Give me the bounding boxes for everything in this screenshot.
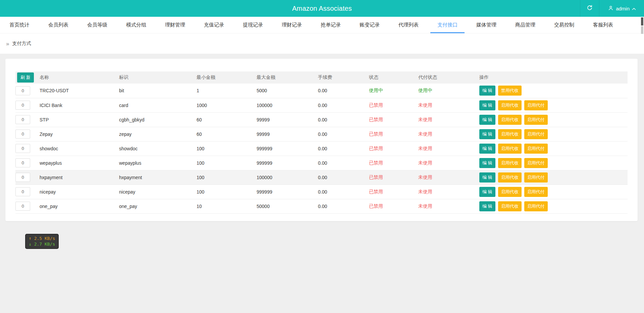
edit-button[interactable]: 编 辑 — [479, 129, 495, 139]
enable-payout-button[interactable]: 启用代付 — [524, 115, 548, 125]
nav-tab-finance-manage[interactable]: 理财管理 — [156, 17, 195, 33]
cell-code: showdoc — [119, 141, 197, 156]
nav-tab-mode-group[interactable]: 模式分组 — [117, 17, 156, 33]
sort-input[interactable] — [15, 101, 30, 110]
enable-payout-button[interactable]: 启用代付 — [524, 144, 548, 154]
user-menu[interactable]: admin — [599, 0, 644, 17]
cell-payout-status: 未使用 — [418, 199, 479, 213]
cell-name: wepayplus — [40, 156, 119, 170]
nav-tab-payment-api[interactable]: 支付接口 — [428, 17, 467, 33]
cell-operations: 编 辑禁用代收 — [479, 84, 628, 98]
header-min-amount: 最小金额 — [197, 71, 257, 84]
cell-code: one_pay — [119, 199, 197, 213]
enable-collect-button[interactable]: 启用代收 — [498, 187, 522, 197]
cell-fee: 0.00 — [318, 112, 369, 127]
enable-collect-button[interactable]: 启用代收 — [498, 201, 522, 211]
edit-button[interactable]: 编 辑 — [479, 100, 495, 110]
table-row: TRC20-USDTbit150000.00使用中使用中编 辑禁用代收 — [15, 84, 628, 98]
sort-input[interactable] — [15, 86, 30, 95]
cell-operations: 编 辑启用代收启用代付 — [479, 170, 628, 185]
status-badge: 已禁用 — [369, 160, 383, 165]
enable-payout-button[interactable]: 启用代付 — [524, 158, 548, 168]
cell-sort — [15, 141, 40, 156]
disable-collect-button[interactable]: 禁用代收 — [498, 86, 522, 96]
cell-fee: 0.00 — [318, 156, 369, 170]
cell-min-amount: 100 — [197, 141, 257, 156]
status-badge: 已禁用 — [369, 131, 383, 137]
payout-status-badge: 使用中 — [418, 88, 432, 93]
sort-input[interactable] — [15, 144, 30, 153]
nav-tab-member-level[interactable]: 会员等级 — [78, 17, 117, 33]
sort-input[interactable] — [15, 158, 30, 167]
refresh-table-button[interactable]: 刷 新 — [17, 72, 34, 83]
edit-button[interactable]: 编 辑 — [479, 115, 495, 125]
cell-code: zepay — [119, 127, 197, 141]
cell-code: hxpayment — [119, 170, 197, 185]
enable-collect-button[interactable]: 启用代收 — [498, 158, 522, 168]
edit-button[interactable]: 编 辑 — [479, 144, 495, 154]
edit-button[interactable]: 编 辑 — [479, 201, 495, 211]
cell-max-amount: 100000 — [257, 170, 318, 185]
refresh-page-button[interactable] — [580, 0, 599, 17]
enable-payout-button[interactable]: 启用代付 — [524, 100, 548, 110]
nav-tab-recharge-records[interactable]: 充值记录 — [195, 17, 233, 33]
nav-tab-grab-order-records[interactable]: 抢单记录 — [311, 17, 350, 33]
upload-arrow-icon: ↑ — [29, 236, 32, 241]
cell-max-amount: 99999 — [257, 112, 318, 127]
cell-status: 已禁用 — [369, 185, 418, 199]
sort-input[interactable] — [15, 129, 30, 139]
enable-collect-button[interactable]: 启用代收 — [498, 115, 522, 125]
edit-button[interactable]: 编 辑 — [479, 172, 495, 182]
nav-tab-home-stats[interactable]: 首页统计 — [0, 17, 39, 33]
username-label: admin — [616, 6, 630, 11]
sort-input[interactable] — [15, 202, 30, 211]
sort-input[interactable] — [15, 115, 30, 124]
cell-name: Zepay — [40, 127, 119, 141]
table-header-row: 刷 新 名称 标识 最小金额 最大金额 手续费 状态 代付状态 操作 — [15, 71, 628, 84]
enable-payout-button[interactable]: 启用代付 — [524, 201, 548, 211]
cell-min-amount: 60 — [197, 112, 257, 127]
nav-tab-product-manage[interactable]: 商品管理 — [506, 17, 545, 33]
payment-table-body: TRC20-USDTbit150000.00使用中使用中编 辑禁用代收ICICI… — [15, 84, 628, 213]
edit-button[interactable]: 编 辑 — [479, 158, 495, 168]
cell-max-amount: 50000 — [257, 199, 318, 213]
header-fee: 手续费 — [318, 71, 369, 84]
enable-collect-button[interactable]: 启用代收 — [498, 144, 522, 154]
cell-fee: 0.00 — [318, 199, 369, 213]
download-arrow-icon: ↓ — [29, 242, 32, 247]
nav-tab-trade-control[interactable]: 交易控制 — [545, 17, 584, 33]
cell-max-amount: 999999 — [257, 156, 318, 170]
enable-collect-button[interactable]: 启用代收 — [498, 100, 522, 110]
sort-input[interactable] — [15, 173, 30, 182]
status-badge: 已禁用 — [369, 174, 383, 180]
table-row: showdocshowdoc1009999990.00已禁用未使用编 辑启用代收… — [15, 141, 628, 156]
cell-fee: 0.00 — [318, 185, 369, 199]
nav-tab-balance-change-records[interactable]: 账变记录 — [350, 17, 389, 33]
topbar: Amazon Associates admin — [0, 0, 644, 17]
scrollbar-thumb[interactable] — [641, 17, 643, 25]
cell-operations: 编 辑启用代收启用代付 — [479, 127, 628, 141]
enable-payout-button[interactable]: 启用代付 — [524, 187, 548, 197]
sort-input[interactable] — [15, 187, 30, 196]
nav-tab-agent-list[interactable]: 代理列表 — [389, 17, 428, 33]
nav-tab-media-manage[interactable]: 媒体管理 — [467, 17, 506, 33]
table-row: STPcgbh_gbkyd60999990.00已禁用未使用编 辑启用代收启用代… — [15, 112, 628, 127]
scrollbar-thumb-secondary[interactable] — [641, 26, 643, 34]
upload-speed: 2.5 KB/s — [34, 236, 55, 241]
enable-payout-button[interactable]: 启用代付 — [524, 172, 548, 182]
nav-tab-member-list[interactable]: 会员列表 — [39, 17, 78, 33]
nav-tab-service-list[interactable]: 客服列表 — [584, 17, 623, 33]
status-badge: 已禁用 — [369, 102, 383, 108]
enable-collect-button[interactable]: 启用代收 — [498, 129, 522, 139]
edit-button[interactable]: 编 辑 — [479, 187, 495, 197]
cell-payout-status: 未使用 — [418, 185, 479, 199]
table-row: ICICI Bankcard10001000000.00已禁用未使用编 辑启用代… — [15, 98, 628, 112]
nav-tab-withdraw-records[interactable]: 提现记录 — [233, 17, 272, 33]
payout-status-badge: 未使用 — [418, 189, 432, 194]
nav-tab-finance-records[interactable]: 理财记录 — [272, 17, 311, 33]
edit-button[interactable]: 编 辑 — [479, 86, 495, 96]
cell-status: 已禁用 — [369, 127, 418, 141]
cell-name: one_pay — [40, 199, 119, 213]
enable-payout-button[interactable]: 启用代付 — [524, 129, 548, 139]
enable-collect-button[interactable]: 启用代收 — [498, 172, 522, 182]
